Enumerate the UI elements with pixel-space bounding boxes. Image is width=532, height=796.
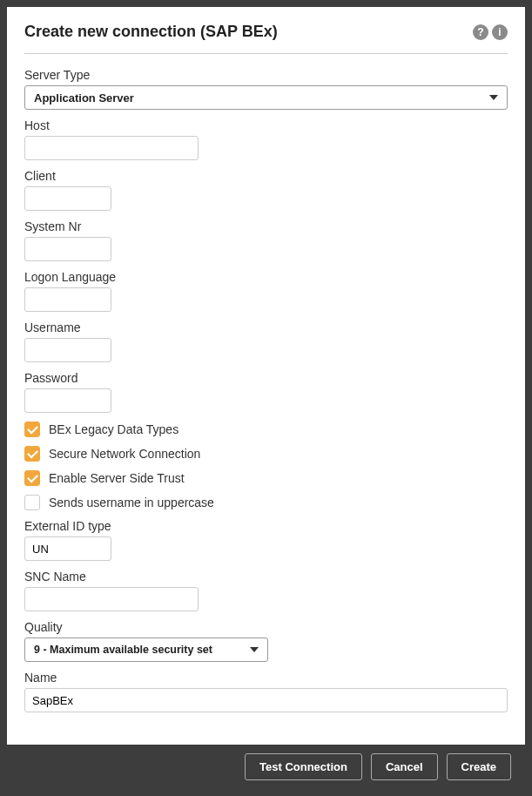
create-button[interactable]: Create [447, 753, 511, 780]
uppercase-username-label: Sends username in uppercase [49, 496, 214, 509]
chevron-down-icon [489, 95, 498, 100]
server-type-label: Server Type [24, 68, 508, 82]
external-id-type-input[interactable] [24, 536, 111, 561]
server-side-trust-label: Enable Server Side Trust [49, 471, 185, 485]
bex-legacy-checkbox[interactable] [24, 422, 40, 437]
quality-value: 9 - Maximum available security set [34, 644, 212, 656]
host-group: Host [24, 118, 508, 160]
username-group: Username [24, 320, 508, 362]
header-icons: ? i [473, 24, 508, 40]
server-type-group: Server Type Application Server [24, 68, 508, 110]
system-nr-label: System Nr [24, 219, 508, 233]
password-group: Password [24, 371, 508, 413]
bex-legacy-label: BEx Legacy Data Types [49, 422, 178, 436]
snc-row: Secure Network Connection [24, 446, 508, 462]
logon-language-group: Logon Language [24, 270, 508, 312]
dialog-footer: Test Connection Cancel Create [7, 745, 525, 789]
host-label: Host [24, 118, 508, 132]
server-side-trust-checkbox[interactable] [24, 470, 40, 486]
bex-legacy-row: BEx Legacy Data Types [24, 422, 508, 437]
quality-select[interactable]: 9 - Maximum available security set [24, 637, 268, 662]
name-group: Name [24, 671, 508, 712]
password-input[interactable] [24, 388, 111, 413]
snc-name-input[interactable] [24, 587, 199, 611]
dialog-body: Server Type Application Server Host Clie… [7, 53, 525, 745]
password-label: Password [24, 371, 508, 385]
create-connection-dialog: Create new connection (SAP BEx) ? i Serv… [7, 7, 525, 789]
snc-label: Secure Network Connection [49, 447, 200, 461]
info-icon[interactable]: i [492, 24, 508, 40]
divider [24, 53, 508, 54]
system-nr-group: System Nr [24, 219, 508, 261]
snc-checkbox[interactable] [24, 446, 40, 462]
quality-label: Quality [24, 620, 508, 634]
username-label: Username [24, 320, 508, 334]
name-label: Name [24, 671, 508, 685]
help-icon[interactable]: ? [473, 24, 488, 40]
cancel-button[interactable]: Cancel [371, 753, 438, 780]
system-nr-input[interactable] [24, 237, 111, 261]
name-input[interactable] [24, 688, 508, 712]
client-group: Client [24, 169, 508, 211]
test-connection-button[interactable]: Test Connection [245, 753, 362, 780]
host-input[interactable] [24, 136, 199, 160]
external-id-type-group: External ID type [24, 519, 508, 561]
server-type-select[interactable]: Application Server [24, 85, 508, 110]
logon-language-input[interactable] [24, 287, 111, 312]
chevron-down-icon [250, 647, 259, 652]
dialog-title: Create new connection (SAP BEx) [24, 23, 278, 41]
uppercase-username-checkbox[interactable] [24, 495, 40, 510]
logon-language-label: Logon Language [24, 270, 508, 284]
snc-name-label: SNC Name [24, 570, 508, 584]
server-type-value: Application Server [34, 91, 134, 105]
uppercase-username-row: Sends username in uppercase [24, 495, 508, 510]
snc-name-group: SNC Name [24, 570, 508, 611]
dialog-header: Create new connection (SAP BEx) ? i [7, 7, 525, 53]
client-input[interactable] [24, 186, 111, 211]
quality-group: Quality 9 - Maximum available security s… [24, 620, 508, 662]
external-id-type-label: External ID type [24, 519, 508, 533]
username-input[interactable] [24, 338, 111, 362]
client-label: Client [24, 169, 508, 183]
server-side-trust-row: Enable Server Side Trust [24, 470, 508, 486]
